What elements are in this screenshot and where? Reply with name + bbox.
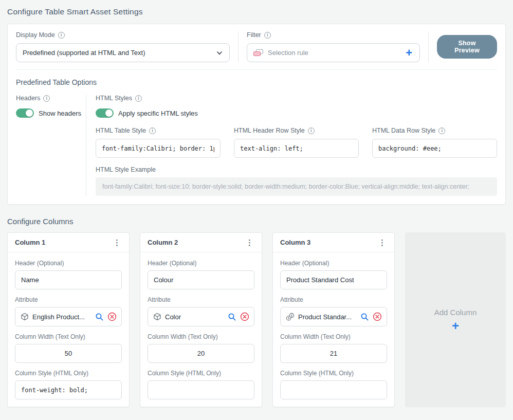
html-table-style-field: HTML Table Style i: [96, 127, 221, 158]
plus-icon: +: [452, 320, 459, 332]
column-header-input[interactable]: [148, 270, 254, 289]
search-icon[interactable]: [228, 313, 236, 321]
settings-panel: Display Mode i Predefined (supported at …: [7, 24, 506, 205]
column-width-label: Column Width (Text Only): [280, 333, 387, 340]
column-width-label: Column Width (Text Only): [148, 333, 254, 340]
settings-top-row: Display Mode i Predefined (supported at …: [8, 24, 505, 69]
columns-row: Column 1 ⋮ Header (Optional) Attribute E…: [7, 232, 506, 407]
column-card-title: Column 2: [148, 239, 178, 246]
column-style-input[interactable]: [148, 380, 254, 399]
info-icon[interactable]: i: [149, 127, 156, 134]
headers-option: Headers i Show headers: [16, 95, 86, 196]
html-table-style-input[interactable]: [96, 139, 221, 158]
html-styles-option: HTML Styles i Apply specific HTML styles…: [86, 95, 497, 196]
cube-icon: [21, 313, 29, 321]
html-data-row-style-label: HTML Data Row Style: [372, 127, 435, 134]
display-mode-label-row: Display Mode i: [16, 31, 230, 39]
column-card-title: Column 3: [280, 239, 310, 246]
search-icon[interactable]: [360, 313, 369, 321]
info-icon[interactable]: i: [264, 32, 271, 39]
display-mode-select[interactable]: Predefined (supported at HTML and Text): [16, 43, 230, 62]
add-column-label: Add Column: [434, 308, 477, 317]
info-icon[interactable]: i: [438, 127, 445, 134]
display-mode-label: Display Mode: [16, 31, 55, 39]
column-width-input[interactable]: [280, 344, 387, 363]
show-preview-button[interactable]: Show Preview: [437, 35, 497, 59]
html-data-row-style-input[interactable]: [372, 139, 497, 158]
add-column-button[interactable]: Add Column +: [405, 232, 506, 407]
column-style-label: Column Style (HTML Only): [15, 370, 122, 377]
page-title: Configure Table Smart Asset Settings: [7, 7, 506, 16]
column-card-1: Column 1 ⋮ Header (Optional) Attribute E…: [7, 232, 130, 407]
html-styles-label: HTML Styles: [96, 95, 132, 102]
attribute-name: English Product...: [32, 313, 91, 321]
header-optional-label: Header (Optional): [280, 260, 387, 267]
svg-text:$: $: [288, 316, 290, 320]
apply-html-styles-toggle[interactable]: [96, 108, 114, 118]
attribute-label: Attribute: [15, 296, 122, 303]
info-icon[interactable]: i: [135, 95, 142, 102]
attribute-label: Attribute: [280, 296, 387, 303]
display-mode-section: Display Mode i Predefined (supported at …: [8, 31, 238, 62]
filter-rule-box[interactable]: Selection rule +: [247, 43, 420, 62]
html-style-example-label: HTML Style Example: [96, 166, 497, 173]
filter-label: Filter: [247, 31, 261, 39]
header-optional-label: Header (Optional): [15, 260, 122, 267]
column-style-label: Column Style (HTML Only): [148, 370, 254, 377]
clear-attribute-icon[interactable]: [373, 312, 382, 321]
info-icon[interactable]: i: [58, 32, 65, 39]
search-icon[interactable]: [95, 313, 104, 321]
column-style-input[interactable]: [15, 380, 122, 399]
column-card-2: Column 2 ⋮ Header (Optional) Attribute C…: [140, 232, 262, 407]
kebab-menu-icon[interactable]: ⋮: [377, 239, 387, 246]
clear-attribute-icon[interactable]: [107, 312, 117, 321]
predefined-options-section: Predefined Table Options Headers i Show …: [8, 70, 505, 204]
column-width-label: Column Width (Text Only): [15, 333, 122, 340]
info-icon[interactable]: i: [43, 95, 50, 102]
show-headers-toggle[interactable]: [16, 108, 34, 118]
attribute-name: Product Standar...: [298, 313, 357, 321]
column-header-input[interactable]: [280, 270, 387, 289]
column-card-3: Column 3 ⋮ Header (Optional) Attribute $…: [272, 232, 395, 407]
column-style-input[interactable]: [280, 380, 387, 399]
apply-html-styles-toggle-label: Apply specific HTML styles: [118, 109, 198, 117]
chevron-down-icon: [216, 49, 223, 57]
kebab-menu-icon[interactable]: ⋮: [245, 239, 254, 246]
html-style-example-value: font-family:Calibri; font-size:10; borde…: [96, 177, 497, 196]
html-header-row-style-field: HTML Header Row Style i: [234, 127, 359, 158]
filter-placeholder: Selection rule: [268, 49, 400, 57]
cube-icon: [153, 313, 161, 321]
column-card-title: Column 1: [15, 239, 45, 246]
preview-section: Show Preview: [428, 31, 505, 62]
html-table-style-label: HTML Table Style: [96, 127, 146, 134]
column-width-input[interactable]: [148, 344, 254, 363]
show-headers-toggle-label: Show headers: [39, 109, 81, 117]
attribute-selector[interactable]: $$ Product Standar...: [280, 307, 387, 326]
html-style-example: HTML Style Example font-family:Calibri; …: [96, 166, 497, 196]
column-style-label: Column Style (HTML Only): [280, 370, 387, 377]
attribute-selector[interactable]: Color: [148, 307, 254, 326]
header-optional-label: Header (Optional): [148, 260, 254, 267]
coins-icon: $$: [286, 313, 295, 321]
attribute-selector[interactable]: English Product...: [15, 307, 122, 326]
add-filter-button[interactable]: +: [405, 47, 413, 59]
column-width-input[interactable]: [15, 344, 122, 363]
attribute-name: Color: [165, 313, 224, 321]
column-header-input[interactable]: [15, 270, 122, 289]
predefined-options-title: Predefined Table Options: [16, 78, 497, 86]
filter-label-row: Filter i: [247, 31, 420, 39]
attribute-label: Attribute: [148, 296, 254, 303]
html-data-row-style-field: HTML Data Row Style i: [372, 127, 497, 158]
kebab-menu-icon[interactable]: ⋮: [112, 239, 122, 246]
headers-label: Headers: [16, 95, 40, 102]
svg-text:$: $: [290, 314, 292, 318]
configure-columns-title: Configure Columns: [7, 217, 506, 226]
html-header-row-style-input[interactable]: [234, 139, 359, 158]
display-mode-value: Predefined (supported at HTML and Text): [23, 49, 216, 57]
page: Configure Table Smart Asset Settings Dis…: [0, 0, 513, 407]
filter-section: Filter i Selection rule +: [238, 31, 428, 62]
clear-attribute-icon[interactable]: [240, 312, 249, 321]
selection-rule-icon: [253, 49, 263, 56]
html-header-row-style-label: HTML Header Row Style: [234, 127, 305, 134]
info-icon[interactable]: i: [308, 127, 315, 134]
